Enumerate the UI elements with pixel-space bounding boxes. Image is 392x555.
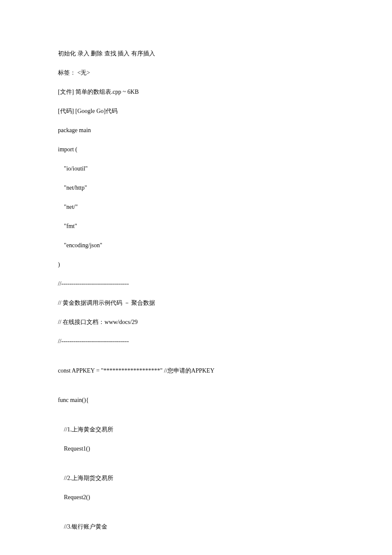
- code-line: package main: [58, 126, 334, 135]
- code-line: //----------------------------------: [58, 337, 334, 346]
- code-line: // 在线接口文档：www/docs/29: [58, 318, 334, 327]
- text-line: 初始化 录入 删除 查找 插入 有序插入: [58, 49, 334, 58]
- code-line: ): [58, 260, 334, 269]
- code-line: Request1(): [58, 444, 334, 453]
- blank-line: [58, 415, 334, 425]
- code-line: import (: [58, 145, 334, 154]
- blank-line: [58, 512, 334, 522]
- code-line: Request2(): [58, 493, 334, 502]
- code-line: //2.上海期货交易所: [58, 474, 334, 483]
- blank-line: [58, 356, 334, 366]
- text-line: [代码] [Google Go]代码: [58, 107, 334, 116]
- text-line: 标签： <无>: [58, 68, 334, 77]
- code-line: const APPKEY = "*******************" //您…: [58, 366, 334, 375]
- blank-line: [58, 385, 334, 396]
- text-line: [文件] 简单的数组表.cpp ~ 6KB: [58, 87, 334, 96]
- code-line: "encoding/json": [58, 241, 334, 250]
- code-line: //----------------------------------: [58, 279, 334, 288]
- blank-line: [58, 463, 334, 474]
- code-line: "io/ioutil": [58, 164, 334, 173]
- code-line: //1.上海黄金交易所: [58, 425, 334, 434]
- code-line: "fmt": [58, 222, 334, 231]
- code-line: "net/": [58, 202, 334, 211]
- code-line: // 黄金数据调用示例代码 － 聚合数据: [58, 298, 334, 307]
- document-page: 初始化 录入 删除 查找 插入 有序插入 标签： <无> [文件] 简单的数组表…: [0, 0, 392, 555]
- code-line: //3.银行账户黄金: [58, 522, 334, 531]
- code-line: func main(){: [58, 396, 334, 405]
- code-line: "net/http": [58, 183, 334, 192]
